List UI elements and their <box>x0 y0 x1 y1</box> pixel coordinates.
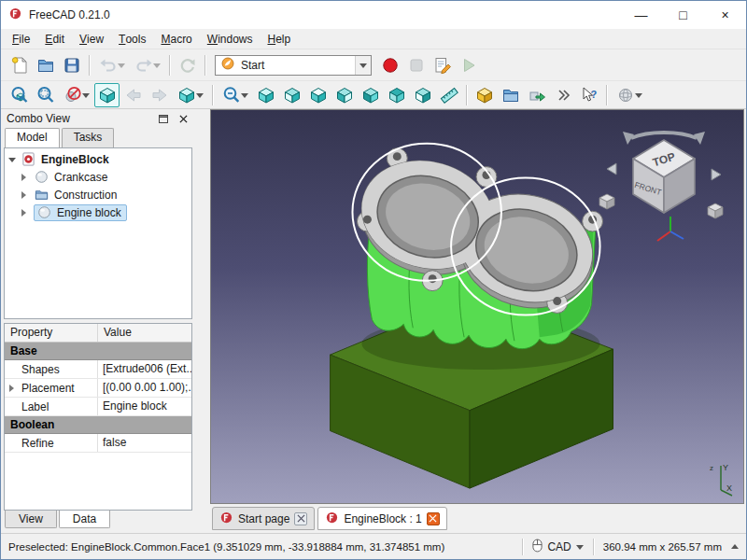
navigation-style-button[interactable] <box>612 83 646 107</box>
view-left-button[interactable] <box>410 83 435 107</box>
menu-tools[interactable]: Tools <box>111 29 153 49</box>
zoom-button[interactable] <box>218 83 252 107</box>
view-axonometric-button[interactable] <box>253 83 278 107</box>
maximize-button[interactable]: □ <box>662 1 704 29</box>
property-row-label[interactable]: LabelEngine block <box>5 398 191 416</box>
tree-item-construction[interactable]: Construction <box>5 186 191 203</box>
nav-forward-icon <box>150 86 169 105</box>
tree-selection: Engine block <box>34 204 127 221</box>
axis-x-label: X <box>726 483 732 493</box>
rotate-arc-icon[interactable] <box>631 133 697 138</box>
expander-icon[interactable] <box>20 191 31 199</box>
create-part-button[interactable] <box>472 83 497 107</box>
measure-distance-icon <box>440 86 458 105</box>
statusbar-expand-icon[interactable] <box>731 540 739 549</box>
pan-right-arrow-icon[interactable] <box>712 169 721 180</box>
toolbar-separator <box>204 55 205 76</box>
3d-viewport[interactable]: TOP FRONT <box>210 109 744 504</box>
statusbar-separator <box>593 539 594 555</box>
navigation-cube[interactable]: TOP FRONT <box>594 116 734 254</box>
menu-macro[interactable]: Macro <box>153 29 199 49</box>
nav-back-button[interactable] <box>120 83 146 107</box>
macro-edit-button[interactable] <box>430 53 455 77</box>
tab-view[interactable]: View <box>5 511 57 528</box>
property-row-refine[interactable]: Refinefalse <box>5 434 191 453</box>
menu-help[interactable]: Help <box>260 29 298 49</box>
tab-tasks[interactable]: Tasks <box>62 128 115 147</box>
nav-cube-body[interactable] <box>633 140 695 213</box>
undo-button[interactable] <box>94 53 129 77</box>
open-document-button[interactable] <box>33 53 58 77</box>
expander-icon[interactable] <box>20 209 31 217</box>
tab-close-icon[interactable] <box>294 512 307 525</box>
freecad-window: FreeCAD 0.21.0 — □ × FileEditViewToolsMa… <box>0 0 747 560</box>
pan-left-arrow-icon[interactable] <box>607 163 616 175</box>
window-controls: — □ × <box>620 1 746 29</box>
macro-play-button[interactable] <box>456 53 481 77</box>
tab-data[interactable]: Data <box>59 511 110 528</box>
macro-play-icon <box>459 56 478 75</box>
macro-stop-button[interactable] <box>403 53 429 77</box>
save-document-button[interactable] <box>59 53 84 77</box>
view-rear-button[interactable] <box>358 83 383 107</box>
draw-style-button[interactable] <box>59 83 93 107</box>
tree-item-label: Engine block <box>54 206 124 219</box>
view-cube-button[interactable] <box>94 83 120 107</box>
menu-edit[interactable]: Edit <box>37 29 72 49</box>
view-right-button[interactable] <box>331 83 357 107</box>
view-fit-selection-button[interactable] <box>33 83 58 107</box>
view-fit-all-button[interactable] <box>7 83 32 107</box>
freecad-icon <box>8 7 22 21</box>
property-group-base: Base <box>5 343 191 360</box>
close-icon <box>297 514 305 523</box>
view-bottom-button[interactable] <box>384 83 409 107</box>
new-document-button[interactable] <box>7 53 32 77</box>
nav-forward-button[interactable] <box>147 83 172 107</box>
macro-record-button[interactable] <box>377 53 402 77</box>
tree-item-crankcase[interactable]: Crankcase <box>5 168 191 186</box>
tab-model[interactable]: Model <box>5 128 60 147</box>
measure-distance-button[interactable] <box>436 83 461 107</box>
document-tab-start-page[interactable]: Start page <box>212 507 315 530</box>
view-front-button[interactable] <box>279 83 304 107</box>
property-name: Refine <box>21 437 54 450</box>
tree-item-engine-block[interactable]: Engine block <box>5 203 191 221</box>
document-tab-engineblock-1[interactable]: EngineBlock : 1 <box>317 507 446 530</box>
redo-button[interactable] <box>130 53 164 77</box>
property-name: Label <box>21 400 49 413</box>
refresh-button[interactable] <box>175 53 200 77</box>
workbench-selector[interactable]: Start <box>215 55 372 76</box>
tab-close-icon[interactable] <box>427 512 440 525</box>
close-button[interactable]: × <box>704 1 746 29</box>
titlebar[interactable]: FreeCAD 0.21.0 — □ × <box>1 1 746 29</box>
property-row-placement[interactable]: Placement[(0.00 0.00 1.00);... <box>5 379 191 398</box>
float-panel-icon[interactable] <box>157 112 170 125</box>
close-panel-icon[interactable] <box>176 112 190 125</box>
whats-this-button[interactable]: ? <box>576 83 601 107</box>
minimize-button[interactable]: — <box>620 1 662 29</box>
corner-cube-left-icon[interactable] <box>599 194 614 209</box>
corner-cube-right-icon[interactable] <box>708 203 723 218</box>
tree-item-engineblock[interactable]: EngineBlock <box>5 150 191 168</box>
menu-file[interactable]: File <box>5 29 37 49</box>
property-row-shapes[interactable]: Shapes[Extrude006 (Ext... <box>5 360 191 379</box>
expander-icon[interactable] <box>7 385 21 392</box>
overflow-button[interactable] <box>550 83 575 107</box>
view-rear-icon <box>361 86 380 105</box>
expander-icon[interactable] <box>20 174 31 181</box>
menu-view[interactable]: View <box>72 29 111 49</box>
close-icon <box>179 115 188 123</box>
property-editor-tabs: ViewData <box>4 511 192 531</box>
document-icon <box>21 152 35 166</box>
menubar: FileEditViewToolsMacroWindowsHelp <box>1 29 746 49</box>
navigation-style-selector[interactable]: CAD <box>532 539 583 555</box>
mouse-icon <box>532 539 543 553</box>
view-isometric-icon <box>177 86 196 105</box>
menu-windows[interactable]: Windows <box>200 29 261 49</box>
expander-icon[interactable] <box>7 153 18 166</box>
view-top-button[interactable] <box>305 83 331 107</box>
view-isometric-button[interactable] <box>173 83 207 107</box>
mdi-area: TOP FRONT <box>195 109 746 533</box>
create-group-button[interactable] <box>498 83 523 107</box>
make-link-button[interactable] <box>524 83 549 107</box>
